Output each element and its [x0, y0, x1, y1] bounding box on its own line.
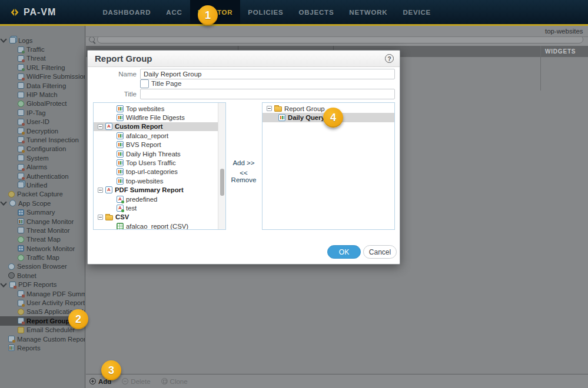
cancel-button[interactable]: Cancel — [363, 245, 397, 259]
collapse-icon[interactable] — [98, 188, 103, 193]
sidebar-item[interactable]: IP-Tag — [0, 108, 85, 117]
sidebar-item-label: Alarms — [26, 163, 47, 170]
chevron-down-icon[interactable] — [0, 199, 6, 206]
tree-item[interactable]: predefined — [94, 195, 225, 203]
sidebar-item[interactable]: User Activity Report — [0, 298, 85, 307]
collapse-icon[interactable] — [98, 215, 103, 220]
dialog-title: Report Group — [95, 53, 152, 63]
sidebar-item[interactable]: Alarms — [0, 162, 85, 171]
title-page-checkbox[interactable] — [140, 79, 149, 88]
sidebar-item[interactable]: Session Browser — [0, 262, 85, 271]
remove-button[interactable]: << Remove — [225, 169, 262, 184]
nav-tab-label: NETWORK — [349, 9, 387, 16]
url-filtering-icon — [18, 64, 24, 71]
tree-item[interactable]: afalcao_report — [94, 131, 225, 140]
tree-item[interactable]: test — [94, 203, 225, 212]
table-row[interactable]: top-websites — [86, 26, 588, 37]
tree-item[interactable]: PDF Summary Report — [94, 186, 225, 195]
tree-item[interactable]: Top Users Traffic — [94, 158, 225, 167]
tree-item[interactable]: Top websites — [94, 104, 225, 113]
sidebar-item[interactable]: Traffic — [0, 45, 85, 53]
chevron-down-icon[interactable] — [0, 280, 6, 287]
collapse-icon[interactable] — [267, 106, 272, 111]
pane-scrollbar[interactable] — [218, 103, 225, 229]
custom-report-icon — [105, 123, 112, 130]
sidebar-item-label: Threat Monitor — [26, 227, 69, 234]
tree-item[interactable]: Custom Report — [94, 122, 225, 131]
nav-tab[interactable]: POLICIES — [240, 0, 291, 24]
toolbar-button-label: Clone — [170, 378, 188, 385]
sidebar-item[interactable]: Authentication — [0, 172, 85, 180]
sidebar-item[interactable]: Traffic Map — [0, 253, 85, 262]
name-input[interactable] — [140, 69, 395, 79]
sidebar-item[interactable]: Logs — [0, 36, 85, 45]
toolbar-button[interactable]: Delete — [122, 378, 150, 385]
clone-icon — [161, 378, 168, 384]
help-icon[interactable]: ? — [385, 54, 394, 63]
report-groups-icon — [18, 317, 24, 324]
sidebar-item[interactable]: Manage Custom Reports — [0, 335, 85, 343]
sidebar-item[interactable]: WildFire Submissions — [0, 72, 85, 81]
tree-item[interactable]: Daily High Threats — [94, 149, 225, 158]
add-button[interactable]: Add >> — [225, 159, 262, 167]
sidebar-item[interactable]: Tunnel Inspection — [0, 135, 85, 144]
ip-tag-icon — [18, 109, 24, 116]
sidebar-item-label: Summary — [26, 209, 55, 216]
sidebar-item-label: Threat — [26, 55, 46, 62]
sidebar-item[interactable]: Network Monitor — [0, 244, 85, 253]
sidebar-item[interactable]: Packet Capture — [0, 190, 85, 199]
widgets-column-header[interactable]: WIDGETS — [545, 46, 576, 57]
tree-item-label: Daily Query — [288, 114, 325, 121]
title-input[interactable] — [140, 89, 395, 99]
tree-item-label: Top Users Traffic — [126, 159, 176, 166]
sidebar-item[interactable]: GlobalProtect — [0, 99, 85, 108]
sidebar-item[interactable]: System — [0, 153, 85, 162]
sidebar-item-label: Reports — [17, 344, 41, 352]
report-group-dialog: Report Group ? Name Title Page Title Top… — [87, 50, 400, 265]
sidebar-item[interactable]: URL Filtering — [0, 63, 85, 72]
sidebar-item[interactable]: Decryption — [0, 126, 85, 135]
widget-cell: top-websites — [545, 28, 583, 35]
sidebar-item[interactable]: HIP Match — [0, 90, 85, 99]
user-activity-report-icon — [18, 300, 24, 306]
tree-item[interactable]: top-websites — [94, 176, 225, 185]
network-monitor-icon — [18, 245, 24, 252]
sidebar-item[interactable]: Threat Monitor — [0, 226, 85, 235]
tree-item[interactable]: top-url-categories — [94, 168, 225, 176]
nav-tab[interactable]: NETWORK — [341, 0, 395, 24]
table-column-divider — [540, 46, 541, 91]
nav-tab[interactable]: OBJECTS — [291, 0, 341, 24]
sidebar-item[interactable]: Summary — [0, 208, 85, 216]
sidebar-item[interactable]: Threat — [0, 54, 85, 63]
sidebar-item[interactable]: Threat Map — [0, 235, 85, 244]
toolbar-button[interactable]: Clone — [161, 378, 188, 385]
sidebar-item[interactable]: Reports — [0, 343, 85, 352]
chevron-down-icon[interactable] — [0, 36, 6, 43]
sidebar-item[interactable]: Change Monitor — [0, 217, 85, 226]
tree-item[interactable]: CSV — [94, 213, 225, 222]
sidebar-item[interactable]: User-ID — [0, 118, 85, 126]
manage-pdf-summary-icon — [18, 290, 24, 297]
sidebar-item[interactable]: Data Filtering — [0, 81, 85, 90]
nav-tab-label: OBJECTS — [298, 9, 334, 16]
sidebar-item-label: WildFire Submissions — [26, 73, 85, 80]
tree-item[interactable]: BVS Report — [94, 141, 225, 149]
report-icon — [117, 150, 124, 158]
nav-tab[interactable]: ACC — [158, 0, 190, 24]
sidebar-item[interactable]: App Scope — [0, 199, 85, 208]
sidebar-item-label: HIP Match — [26, 91, 58, 98]
ok-button[interactable]: OK — [327, 245, 361, 259]
packet-capture-icon — [8, 191, 15, 198]
sidebar-item[interactable]: Botnet — [0, 271, 85, 280]
collapse-icon[interactable] — [98, 124, 103, 129]
nav-tab[interactable]: DEVICE — [395, 0, 438, 24]
sidebar-item[interactable]: Unified — [0, 180, 85, 189]
nav-tab[interactable]: DASHBOARD — [95, 0, 158, 24]
authentication-icon — [18, 173, 24, 179]
sidebar-item[interactable]: Manage PDF Summary — [0, 289, 85, 298]
pane-scrollbar-thumb[interactable] — [220, 169, 224, 196]
sidebar-item[interactable]: Configuration — [0, 145, 85, 153]
sidebar-item[interactable]: PDF Reports — [0, 280, 85, 289]
tree-item[interactable]: afalcao_report (CSV) — [94, 222, 225, 230]
tree-item[interactable]: Wildfire File Digests — [94, 113, 225, 122]
